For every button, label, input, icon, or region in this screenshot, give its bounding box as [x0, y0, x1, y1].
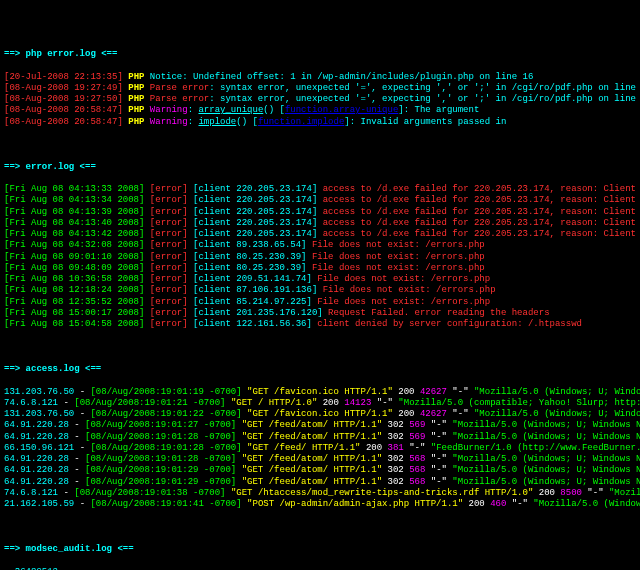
section-header-access: ==> access.log <== [4, 364, 636, 375]
error-log-line: [Fri Aug 08 09:01:10 2008] [error] [clie… [4, 252, 636, 263]
access-log-line: 131.203.76.50 - [08/Aug/2008:19:01:22 -0… [4, 409, 636, 420]
error-log-line: [Fri Aug 08 04:13:33 2008] [error] [clie… [4, 184, 636, 195]
access-log-line: 21.162.105.59 - [08/Aug/2008:19:01:41 -0… [4, 499, 636, 510]
access-log-line: 74.6.8.121 - [08/Aug/2008:19:01:21 -0700… [4, 398, 636, 409]
access-log-lines: 131.203.76.50 - [08/Aug/2008:19:01:19 -0… [4, 387, 636, 511]
error-log-line: [Fri Aug 08 10:36:58 2008] [error] [clie… [4, 274, 636, 285]
error-log-line: [Fri Aug 08 12:35:52 2008] [error] [clie… [4, 297, 636, 308]
access-log-line: 66.150.96.121 - [08/Aug/2008:19:01:28 -0… [4, 443, 636, 454]
error-log-line: [Fri Aug 08 15:04:58 2008] [error] [clie… [4, 319, 636, 330]
section-header-modsec: ==> modsec_audit.log <== [4, 544, 636, 555]
error-log-line: [Fri Aug 08 04:32:08 2008] [error] [clie… [4, 240, 636, 251]
error-log-line: [Fri Aug 08 12:18:24 2008] [error] [clie… [4, 285, 636, 296]
access-log-line: 64.91.220.28 - [08/Aug/2008:19:01:29 -07… [4, 465, 636, 476]
php-log-line: [08-Aug-2008 20:58:47] PHP Warning: arra… [4, 105, 636, 116]
section-header-error: ==> error.log <== [4, 162, 636, 173]
access-log-line: 64.91.220.28 - [08/Aug/2008:19:01:28 -07… [4, 432, 636, 443]
php-log-line: [08-Aug-2008 19:27:50] PHP Parse error: … [4, 94, 636, 105]
access-log-line: 64.91.220.28 - [08/Aug/2008:19:01:29 -07… [4, 477, 636, 488]
error-log-line: [Fri Aug 08 04:13:39 2008] [error] [clie… [4, 207, 636, 218]
php-log-line: [08-Aug-2008 19:27:49] PHP Parse error: … [4, 83, 636, 94]
php-log-line: [08-Aug-2008 20:58:47] PHP Warning: impl… [4, 117, 636, 128]
modsec-separator: --36489512-============== [4, 567, 636, 571]
section-header-php-error: ==> php error.log <== [4, 49, 636, 60]
error-log-line: [Fri Aug 08 04:13:42 2008] [error] [clie… [4, 229, 636, 240]
php-log-line: [20-Jul-2008 22:13:35] PHP Notice: Undef… [4, 72, 636, 83]
access-log-line: 74.6.8.121 - [08/Aug/2008:19:01:38 -0700… [4, 488, 636, 499]
access-log-line: 64.91.220.28 - [08/Aug/2008:19:01:27 -07… [4, 420, 636, 431]
error-log-line: [Fri Aug 08 15:00:17 2008] [error] [clie… [4, 308, 636, 319]
access-log-line: 64.91.220.28 - [08/Aug/2008:19:01:28 -07… [4, 454, 636, 465]
php-error-lines: [20-Jul-2008 22:13:35] PHP Notice: Undef… [4, 72, 636, 128]
error-log-line: [Fri Aug 08 04:13:40 2008] [error] [clie… [4, 218, 636, 229]
error-log-line: [Fri Aug 08 04:13:34 2008] [error] [clie… [4, 195, 636, 206]
access-log-line: 131.203.76.50 - [08/Aug/2008:19:01:19 -0… [4, 387, 636, 398]
error-log-lines: [Fri Aug 08 04:13:33 2008] [error] [clie… [4, 184, 636, 330]
error-log-line: [Fri Aug 08 09:48:09 2008] [error] [clie… [4, 263, 636, 274]
